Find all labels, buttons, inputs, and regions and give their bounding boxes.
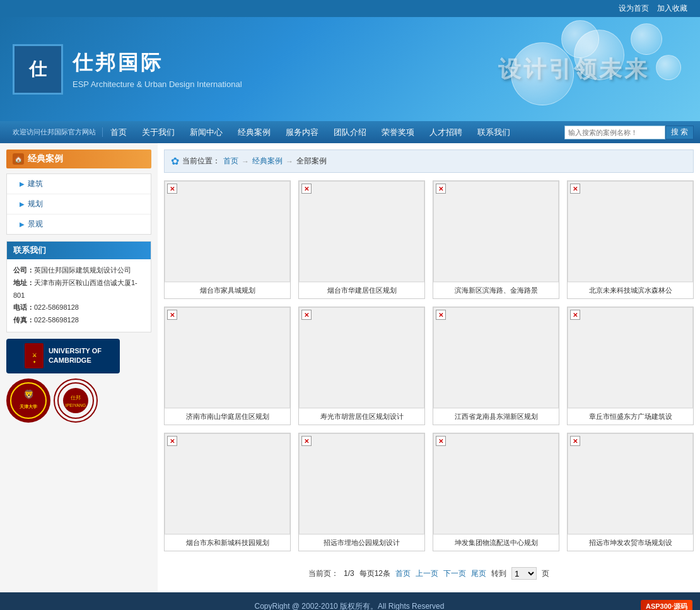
- gallery-item-0[interactable]: ✕ 烟台市家具城规划: [164, 180, 291, 299]
- broken-icon-0: ✕: [167, 184, 177, 194]
- gallery-label-11: 招远市坤发农贸市场规划设: [568, 534, 693, 551]
- nav-cases[interactable]: 经典案例: [230, 121, 278, 143]
- gallery-img-4: ✕: [165, 307, 290, 408]
- cambridge-logo[interactable]: ⚔ ✦ UNIVERSITY OF CAMBRIDGE: [6, 339, 120, 373]
- gallery-img-0: ✕: [165, 181, 290, 282]
- svg-text:仕邦: 仕邦: [71, 395, 81, 401]
- gallery-img-8: ✕: [165, 433, 290, 534]
- last-page-link[interactable]: 尾页: [471, 568, 486, 579]
- gallery-img-5: ✕: [299, 307, 424, 408]
- logo-letter: 仕: [29, 57, 47, 81]
- footer: CopyRight @ 2002-2010 版权所有。All Rights Re…: [0, 592, 700, 610]
- svg-text:✦: ✦: [32, 360, 35, 364]
- contact-content: 公司：英国仕邦国际建筑规划设计公司 地址：天津市南开区鞍山西道信诚大厦1-801…: [7, 259, 151, 332]
- sidebar: 🏠 经典案例 ▶ 建筑 ▶ 规划 ▶ 景观 联系我们 公司：英国仕邦国际建筑规划…: [0, 143, 158, 592]
- sidebar-item-architecture[interactable]: ▶ 建筑: [7, 174, 151, 194]
- broken-icon-2: ✕: [436, 184, 446, 194]
- gallery-item-4[interactable]: ✕ 济南市南山华庭居住区规划: [164, 307, 291, 425]
- gallery-item-7[interactable]: ✕ 章丘市恒盛东方广场建筑设: [567, 307, 694, 425]
- svg-text:IPEIYANG: IPEIYANG: [66, 403, 86, 408]
- sidebar-item-planning[interactable]: ▶ 规划: [7, 194, 151, 214]
- add-favorites-link[interactable]: 加入收藏: [657, 4, 687, 13]
- gallery-img-1: ✕: [299, 181, 424, 282]
- gallery-item-11[interactable]: ✕ 招远市坤发农贸市场规划设: [567, 433, 694, 551]
- site-logo: 仕: [13, 44, 63, 95]
- partner-logos: 🦁 天津大学 仕邦 IPEIYANG: [6, 378, 151, 423]
- prev-page-link[interactable]: 上一页: [416, 568, 438, 579]
- set-homepage-link[interactable]: 设为首页: [619, 4, 649, 13]
- sidebar-item-landscape[interactable]: ▶ 景观: [7, 214, 151, 234]
- content-area: ✿ 当前位置： 首页 → 经典案例 → 全部案例 ✕ 烟台市家具城规划 ✕ 烟台…: [158, 143, 700, 592]
- broken-icon-6: ✕: [436, 310, 446, 320]
- nav-news[interactable]: 新闻中心: [182, 121, 230, 143]
- gallery-label-3: 北京未来科技城滨水森林公: [568, 282, 693, 298]
- breadcrumb-sep-1: →: [242, 157, 249, 166]
- nav-search: 搜 索: [564, 126, 694, 139]
- gallery-img-7: ✕: [568, 307, 693, 408]
- gallery-item-8[interactable]: ✕ 烟台市东和新城科技园规划: [164, 433, 291, 551]
- navigation: 欢迎访问仕邦国际官方网站 首页 关于我们 新闻中心 经典案例 服务内容 团队介绍…: [0, 121, 700, 143]
- breadcrumb-category[interactable]: 经典案例: [252, 156, 283, 167]
- nav-awards[interactable]: 荣誉奖项: [374, 121, 422, 143]
- nav-contact[interactable]: 联系我们: [470, 121, 518, 143]
- sidebar-section-title: 🏠 经典案例: [6, 150, 151, 168]
- header-slogan: 设计引领未来: [498, 54, 650, 85]
- next-page-link[interactable]: 下一页: [443, 568, 466, 579]
- site-title-cn: 仕邦国际: [73, 49, 242, 77]
- svg-text:天津大学: 天津大学: [19, 404, 37, 409]
- sidebar-menu: ▶ 建筑 ▶ 规划 ▶ 景观: [6, 173, 151, 235]
- gallery-item-2[interactable]: ✕ 滨海新区滨海路、金海路景: [433, 180, 559, 299]
- gallery-img-11: ✕: [568, 433, 693, 534]
- breadcrumb-home[interactable]: 首页: [223, 156, 238, 167]
- gallery-label-6: 江西省龙南县东湖新区规划: [433, 408, 559, 425]
- svg-text:⚔: ⚔: [32, 353, 36, 358]
- first-page-link[interactable]: 首页: [395, 568, 411, 579]
- asp-logo: ASP300·源码: [641, 600, 692, 610]
- gallery-label-8: 烟台市东和新城科技园规划: [165, 534, 290, 551]
- contact-box: 联系我们 公司：英国仕邦国际建筑规划设计公司 地址：天津市南开区鞍山西道信诚大厦…: [6, 241, 151, 332]
- broken-icon-4: ✕: [167, 310, 177, 320]
- broken-icon-5: ✕: [301, 310, 312, 320]
- gallery-item-5[interactable]: ✕ 寿光市胡营居住区规划设计: [298, 307, 425, 425]
- bubble-4: [656, 55, 681, 80]
- arrow-icon-land: ▶: [20, 221, 25, 228]
- search-button[interactable]: 搜 索: [665, 126, 694, 139]
- gallery-item-6[interactable]: ✕ 江西省龙南县东湖新区规划: [433, 307, 559, 425]
- bubble-5: [561, 20, 599, 58]
- page-select[interactable]: 1 2 3: [511, 567, 537, 580]
- contact-fax: 传真：022-58698128: [13, 314, 144, 327]
- tianjin-logo-2[interactable]: 仕邦 IPEIYANG: [54, 378, 98, 423]
- main-wrap: 🏠 经典案例 ▶ 建筑 ▶ 规划 ▶ 景观 联系我们 公司：英国仕邦国际建筑规划…: [0, 143, 700, 592]
- nav-about[interactable]: 关于我们: [134, 121, 182, 143]
- gallery-item-1[interactable]: ✕ 烟台市华建居住区规划: [298, 180, 425, 299]
- top-bar: 设为首页 加入收藏: [0, 0, 700, 17]
- gallery-item-3[interactable]: ✕ 北京未来科技城滨水森林公: [567, 180, 694, 299]
- contact-address: 地址：天津市南开区鞍山西道信诚大厦1-801: [13, 277, 144, 302]
- gallery-img-2: ✕: [433, 181, 559, 282]
- gallery-img-3: ✕: [568, 181, 693, 282]
- gallery-item-9[interactable]: ✕ 招远市埋地公园规划设计: [298, 433, 425, 551]
- bubble-2: [631, 23, 662, 55]
- pagination: 当前页： 1/3 每页12条 首页 上一页 下一页 尾页 转到 1 2 3 页: [164, 561, 694, 586]
- sidebar-item-arch-label: 建筑: [28, 179, 43, 189]
- breadcrumb-current: 全部案例: [296, 156, 327, 167]
- nav-home[interactable]: 首页: [103, 121, 134, 143]
- broken-icon-3: ✕: [570, 184, 580, 194]
- current-page-value: 1/3: [344, 569, 354, 578]
- svg-text:🦁: 🦁: [23, 389, 35, 400]
- nav-jobs[interactable]: 人才招聘: [422, 121, 470, 143]
- search-input[interactable]: [564, 126, 665, 139]
- gallery-item-10[interactable]: ✕ 坤发集团物流配送中心规划: [433, 433, 559, 551]
- broken-icon-11: ✕: [570, 436, 580, 446]
- sidebar-title-label: 经典案例: [28, 153, 63, 165]
- sidebar-item-plan-label: 规划: [28, 199, 43, 209]
- current-page-label: 当前页：: [308, 568, 339, 579]
- nav-team[interactable]: 团队介绍: [326, 121, 374, 143]
- tianjin-logo-1[interactable]: 🦁 天津大学: [6, 378, 50, 423]
- per-page-label: 每页12条: [359, 568, 390, 579]
- gallery-label-1: 烟台市华建居住区规划: [299, 282, 424, 298]
- gallery-img-10: ✕: [433, 433, 559, 534]
- contact-company: 公司：英国仕邦国际建筑规划设计公司: [13, 264, 144, 277]
- nav-services[interactable]: 服务内容: [278, 121, 326, 143]
- broken-icon-9: ✕: [301, 436, 312, 446]
